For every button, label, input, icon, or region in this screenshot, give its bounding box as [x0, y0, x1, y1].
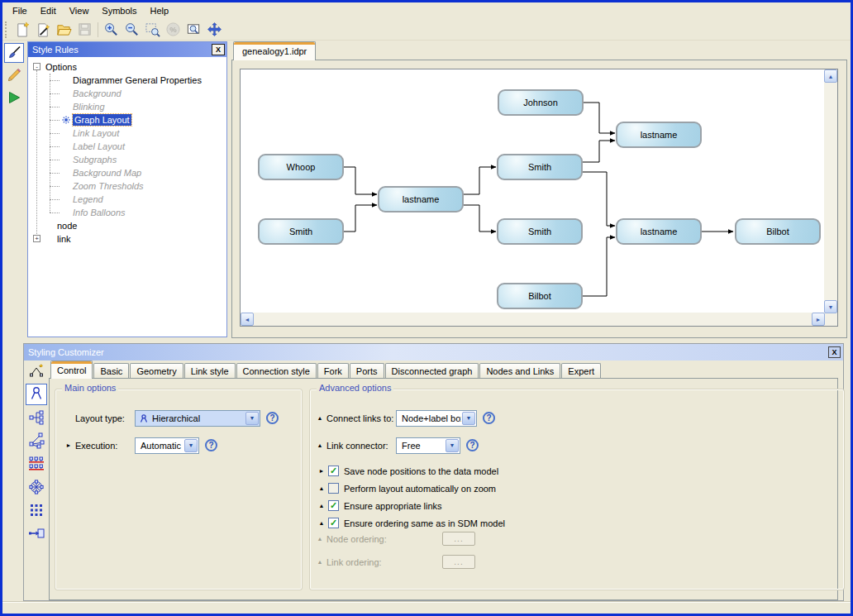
tree-item-label[interactable]: Graph Layout	[73, 114, 131, 126]
scroll-up-icon[interactable]: ▲	[824, 69, 837, 83]
diagram-node-smith-upper[interactable]: Smith	[497, 154, 583, 180]
new-icon[interactable]	[12, 20, 33, 39]
help-icon[interactable]: ?	[483, 412, 495, 424]
tree-item-info-balloons[interactable]: Info Balloons	[28, 206, 226, 219]
collapse-marker-icon[interactable]: ▲	[317, 415, 323, 421]
diagram-canvas[interactable]: JohnsonlastnameWhoopSmithlastnameSmithSm…	[241, 69, 825, 313]
tab-ports[interactable]: Ports	[350, 363, 384, 379]
radial-layout-icon[interactable]	[26, 430, 47, 451]
tree-item-graph-layout[interactable]: Graph Layout	[28, 113, 226, 127]
tree-item-label[interactable]: Diagrammer General Properties	[71, 74, 203, 86]
expand-icon[interactable]: +	[33, 235, 41, 242]
diagram-node-smith-left[interactable]: Smith	[258, 218, 344, 245]
connect-links-to-select[interactable]: Node+label box ▼	[396, 410, 477, 427]
toolbar-grip[interactable]	[5, 21, 8, 38]
collapse-marker-icon[interactable]: ▲	[318, 485, 325, 491]
diagram-node-smith-lower[interactable]: Smith	[497, 218, 583, 245]
expand-marker-icon[interactable]: ►	[65, 442, 72, 448]
layout-type-select[interactable]: Hierarchical ▼	[135, 410, 260, 427]
tree-item-background[interactable]: Background	[28, 87, 226, 100]
zoom-fit-icon[interactable]	[142, 20, 163, 39]
help-icon[interactable]: ?	[466, 439, 479, 451]
tree-item-label[interactable]: Background	[71, 88, 123, 99]
tree-item-label[interactable]: Options	[44, 61, 79, 73]
checkbox-perform-layout-automatically-on-zoom[interactable]	[328, 483, 339, 494]
diagram-node-lastname-right[interactable]: lastname	[616, 218, 702, 245]
tree-item-blinking[interactable]: Blinking	[28, 100, 226, 113]
chevron-down-icon[interactable]: ▼	[446, 439, 459, 452]
collapse-marker-icon[interactable]: ▲	[318, 503, 325, 509]
tree-item-label-layout[interactable]: Label Layout	[28, 140, 226, 153]
tab-connection-style[interactable]: Connection style	[236, 363, 317, 379]
tree-item-link-layout[interactable]: Link Layout	[28, 127, 226, 140]
chevron-down-icon[interactable]: ▼	[184, 439, 198, 452]
diagram-node-lastname-top[interactable]: lastname	[616, 122, 702, 148]
horizontal-scrollbar[interactable]: ◄ ►	[241, 313, 825, 326]
diagram-node-johnson[interactable]: Johnson	[498, 89, 584, 116]
tree-item-label[interactable]: Blinking	[71, 101, 107, 112]
tree-item-background-map[interactable]: Background Map	[28, 166, 226, 179]
chevron-down-icon[interactable]: ▼	[462, 412, 475, 425]
checkbox-ensure-ordering-same-as-in-sdm-model[interactable]: ✓	[328, 518, 339, 528]
tree-item-zoom-thresholds[interactable]: Zoom Thresholds	[28, 179, 226, 193]
wizard-icon[interactable]	[33, 20, 54, 39]
tree-item-link[interactable]: +link	[28, 232, 226, 246]
expand-marker-icon[interactable]: ►	[318, 468, 325, 474]
tree-item-label[interactable]: link	[55, 233, 73, 245]
link-smith-upper-to-lastname-top[interactable]	[583, 141, 615, 162]
edit-pencil-icon[interactable]	[4, 65, 24, 85]
scroll-right-icon[interactable]: ►	[812, 313, 825, 326]
tab-expert[interactable]: Expert	[561, 363, 601, 379]
diagram-node-whoop[interactable]: Whoop	[258, 154, 344, 180]
zoom-out-icon[interactable]	[122, 20, 142, 39]
close-icon[interactable]: X	[828, 346, 841, 358]
tree-item-legend[interactable]: Legend	[28, 193, 226, 206]
tree-item-node[interactable]: node	[28, 219, 226, 232]
tree-item-label[interactable]: Label Layout	[71, 141, 126, 152]
link-lastname-left-to-smith-upper[interactable]	[464, 167, 496, 194]
tree-item-label[interactable]: node	[55, 220, 79, 232]
run-icon[interactable]	[4, 88, 24, 107]
tab-disconnected-graph[interactable]: Disconnected graph	[385, 363, 479, 379]
collapse-icon[interactable]: -	[33, 63, 41, 70]
tab-nodes-and-links[interactable]: Nodes and Links	[479, 363, 560, 379]
link-bilbot-bottom-to-lastname-right[interactable]	[583, 237, 615, 296]
link-johnson-to-lastname-top[interactable]	[584, 103, 615, 133]
tab-basic[interactable]: Basic	[93, 363, 129, 379]
tree-item-label[interactable]: Zoom Thresholds	[71, 180, 145, 192]
chevron-down-icon[interactable]: ▼	[245, 412, 259, 425]
menu-help[interactable]: Help	[144, 2, 176, 19]
open-icon[interactable]	[54, 20, 74, 39]
tree-item-label[interactable]: Background Map	[71, 167, 143, 179]
circular-layout-icon[interactable]	[26, 476, 47, 498]
tab-link-style[interactable]: Link style	[184, 363, 236, 379]
tab-geometry[interactable]: Geometry	[130, 363, 183, 379]
tab-fork[interactable]: Fork	[317, 363, 349, 379]
hierarchical-layout-icon[interactable]	[26, 384, 47, 405]
link-lastname-left-to-smith-lower[interactable]	[464, 205, 496, 232]
link-layout-icon[interactable]	[26, 523, 47, 544]
vertical-scrollbar[interactable]: ▲ ▼	[824, 69, 837, 313]
tree-item-subgraphs[interactable]: Subgraphs	[28, 153, 226, 166]
checkbox-ensure-appropriate-links[interactable]: ✓	[328, 500, 339, 511]
menu-view[interactable]: View	[63, 2, 96, 19]
grid-layout-icon[interactable]	[26, 499, 47, 521]
tree-layout-icon[interactable]	[26, 407, 47, 428]
link-whoop-to-lastname-left[interactable]	[344, 167, 377, 194]
tree-item-label[interactable]: Link Layout	[71, 127, 121, 139]
link-connector-select[interactable]: Free ▼	[396, 437, 460, 454]
close-icon[interactable]: X	[212, 44, 225, 55]
collapse-marker-icon[interactable]: ▲	[318, 520, 325, 526]
pan-icon[interactable]	[204, 20, 225, 39]
menu-edit[interactable]: Edit	[34, 2, 63, 19]
zoom-in-icon[interactable]	[101, 20, 122, 39]
collapse-marker-icon[interactable]: ▲	[317, 442, 323, 448]
help-icon[interactable]: ?	[205, 439, 217, 451]
tab-genealogy1[interactable]: genealogy1.idpr	[233, 41, 316, 60]
diagram-node-lastname-left[interactable]: lastname	[378, 186, 464, 212]
scroll-down-icon[interactable]: ▼	[824, 300, 837, 313]
help-icon[interactable]: ?	[266, 412, 279, 424]
tree-item-label[interactable]: Subgraphs	[71, 154, 118, 165]
tree-item-label[interactable]: Legend	[71, 193, 105, 205]
scroll-left-icon[interactable]: ◄	[241, 313, 254, 326]
